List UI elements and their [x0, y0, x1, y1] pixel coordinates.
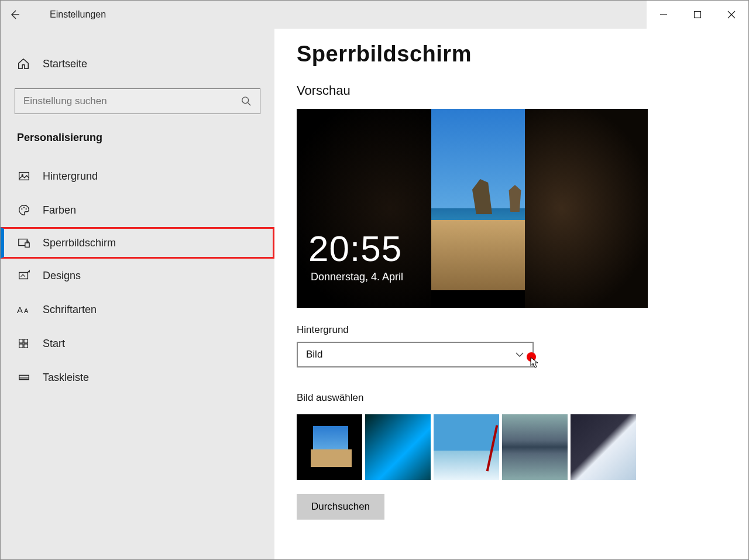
window-title: Einstellungen: [29, 9, 106, 20]
picture-thumbnails: [297, 414, 748, 480]
svg-point-7: [23, 207, 25, 208]
themes-icon: [17, 269, 31, 282]
browse-button[interactable]: Durchsuchen: [297, 494, 384, 520]
picture-icon: [17, 170, 31, 183]
maximize-icon: [693, 11, 702, 19]
start-icon: [17, 337, 31, 350]
nav-item-label: Hintergrund: [31, 170, 98, 183]
category-heading: Personalisierung: [1, 114, 274, 152]
home-icon: [17, 57, 31, 70]
svg-text:A: A: [24, 307, 29, 314]
nav-list: Hintergrund Farben Sperrbildschirm Desig…: [1, 159, 274, 394]
preview-time: 20:55: [308, 228, 402, 269]
search-input[interactable]: [23, 95, 241, 107]
chevron-down-icon: [515, 350, 524, 359]
taskbar-icon: [17, 371, 31, 384]
svg-line-3: [248, 103, 251, 106]
thumbnail-5[interactable]: [571, 414, 636, 480]
svg-rect-1: [695, 12, 701, 18]
arrow-left-icon: [9, 9, 20, 20]
cursor-icon: [530, 357, 540, 369]
sidebar: Startseite Personalisierung Hintergrund …: [1, 29, 274, 559]
svg-point-8: [26, 208, 27, 209]
svg-text:A: A: [17, 305, 23, 315]
svg-point-6: [21, 208, 22, 209]
preview-label: Vorschau: [297, 83, 748, 98]
thumbnail-1[interactable]: [297, 414, 362, 480]
nav-item-label: Schriftarten: [31, 304, 97, 316]
minimize-icon: [659, 11, 668, 19]
fonts-icon: AA: [17, 303, 31, 316]
close-button[interactable]: [714, 1, 748, 29]
svg-rect-14: [19, 339, 23, 343]
nav-item-lockscreen[interactable]: Sperrbildschirm: [1, 227, 274, 259]
svg-rect-10: [25, 243, 29, 247]
svg-rect-11: [19, 273, 28, 279]
svg-rect-16: [19, 344, 23, 348]
palette-icon: [17, 204, 31, 217]
page-heading: Sperrbildschirm: [297, 42, 748, 67]
nav-item-themes[interactable]: Designs: [1, 259, 274, 293]
svg-point-2: [242, 97, 249, 104]
home-label: Startseite: [31, 58, 87, 70]
search-box[interactable]: [15, 88, 260, 114]
nav-item-label: Designs: [31, 270, 81, 282]
nav-item-colors[interactable]: Farben: [1, 193, 274, 227]
svg-rect-17: [24, 344, 28, 348]
lockscreen-icon: [17, 236, 31, 249]
back-button[interactable]: [1, 1, 29, 29]
nav-item-label: Taskleiste: [31, 372, 89, 384]
nav-item-label: Start: [31, 338, 65, 350]
background-field-label: Hintergrund: [297, 324, 748, 336]
dropdown-value: Bild: [306, 349, 322, 360]
thumbnail-2[interactable]: [365, 414, 431, 480]
browse-button-label: Durchsuchen: [311, 501, 370, 513]
svg-rect-15: [24, 339, 28, 343]
close-icon: [727, 11, 736, 19]
settings-window: Einstellungen Startseite: [0, 0, 749, 560]
nav-item-taskbar[interactable]: Taskleiste: [1, 360, 274, 394]
lockscreen-preview: 20:55 Donnerstag, 4. April: [297, 109, 648, 308]
choose-picture-label: Bild auswählen: [297, 392, 748, 404]
nav-item-start[interactable]: Start: [1, 327, 274, 360]
svg-rect-18: [19, 375, 29, 379]
preview-date: Donnerstag, 4. April: [311, 271, 403, 283]
minimize-button[interactable]: [647, 1, 681, 29]
thumbnail-3[interactable]: [434, 414, 499, 480]
home-link[interactable]: Startseite: [1, 50, 274, 78]
titlebar: Einstellungen: [1, 1, 748, 29]
maximize-button[interactable]: [681, 1, 714, 29]
search-icon: [241, 96, 252, 106]
nav-item-background[interactable]: Hintergrund: [1, 159, 274, 193]
nav-item-label: Sperrbildschirm: [31, 237, 116, 249]
background-dropdown[interactable]: Bild: [297, 342, 534, 367]
nav-item-fonts[interactable]: AA Schriftarten: [1, 293, 274, 327]
thumbnail-4[interactable]: [502, 414, 568, 480]
nav-item-label: Farben: [31, 204, 76, 217]
main-content: Sperrbildschirm Vorschau 20:55 Donnersta…: [274, 29, 748, 559]
